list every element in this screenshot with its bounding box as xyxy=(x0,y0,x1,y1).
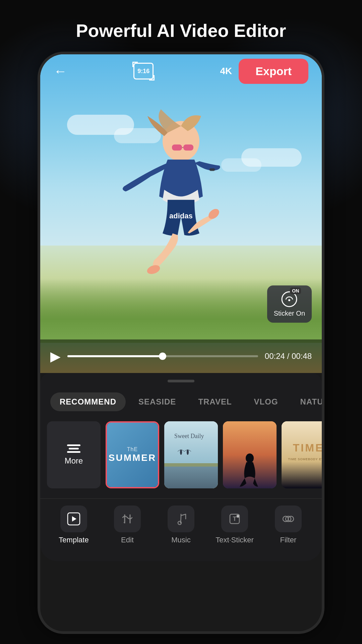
svg-rect-18 xyxy=(282,421,322,488)
sticker-label: Sticker On xyxy=(274,310,305,317)
svg-point-14 xyxy=(187,449,189,455)
template-birds[interactable]: Sweet Daily xyxy=(164,421,218,488)
more-icon xyxy=(67,444,80,453)
tool-music[interactable]: Music xyxy=(158,505,204,544)
tab-recommend[interactable]: RECOMMEND xyxy=(50,392,126,411)
template-person[interactable] xyxy=(223,421,277,488)
quality-badge[interactable]: 4K xyxy=(220,66,232,76)
page-title: Powerful AI Video Editor xyxy=(76,20,286,41)
time-display: 00:24 / 00:48 xyxy=(265,352,312,361)
phone-frame: adidas ← xyxy=(40,54,322,631)
ratio-corner-br xyxy=(149,75,155,80)
svg-rect-1 xyxy=(172,145,182,151)
edit-icon xyxy=(114,505,141,532)
sticker-on-badge: ON xyxy=(290,287,301,294)
panel-handle xyxy=(168,380,194,382)
template-row: More ThE SUMMER xyxy=(40,421,322,488)
top-bar: ← 9:16 4K Export xyxy=(40,54,322,88)
back-button[interactable]: ← xyxy=(54,64,67,78)
tool-music-label: Music xyxy=(171,536,190,544)
svg-text:Sweet Daily: Sweet Daily xyxy=(174,433,204,439)
bottom-toolbar: Template Edit xyxy=(40,498,322,548)
bottom-panel: RECOMMEND SEASIDE TRAVEL VLOG NATURE Mor… xyxy=(40,373,322,561)
svg-marker-23 xyxy=(72,516,76,522)
more-label: More xyxy=(65,456,83,466)
svg-point-9 xyxy=(288,299,290,301)
progress-bar-area: ▶ 00:24 / 00:48 xyxy=(40,339,322,373)
template-more[interactable]: More xyxy=(47,421,101,488)
svg-text:TIME SOMEBODY EVER: TIME SOMEBODY EVER xyxy=(288,458,322,461)
tool-template[interactable]: Template xyxy=(50,505,97,544)
text-sticker-icon: T xyxy=(221,505,248,532)
svg-rect-12 xyxy=(164,463,218,467)
tool-text-sticker[interactable]: T Text·Sticker xyxy=(211,505,258,544)
music-icon xyxy=(168,505,194,532)
ratio-display[interactable]: 9:16 xyxy=(133,63,154,79)
tool-template-label: Template xyxy=(59,536,88,544)
ratio-icon: 9:16 xyxy=(133,63,154,79)
summer-content: ThE SUMMER xyxy=(109,446,156,463)
template-summer[interactable]: ThE SUMMER xyxy=(106,421,159,488)
tool-edit-label: Edit xyxy=(121,536,134,544)
svg-rect-2 xyxy=(183,145,193,151)
video-content: adidas xyxy=(40,54,322,373)
progress-thumb[interactable] xyxy=(159,353,166,360)
tool-filter[interactable]: Filter xyxy=(265,505,312,544)
quality-export-area: 4K Export xyxy=(220,59,308,84)
sticker-on-button[interactable]: ON Sticker On xyxy=(267,285,312,323)
time-separator: / xyxy=(287,352,292,361)
summer-the: ThE xyxy=(109,446,156,452)
more-icon-line2 xyxy=(69,448,79,449)
time-total: 00:48 xyxy=(292,352,312,361)
tab-travel[interactable]: TRAVEL xyxy=(189,392,241,411)
progress-fill xyxy=(67,355,163,357)
template-icon xyxy=(60,505,87,532)
filter-icon xyxy=(275,505,302,532)
tab-nature[interactable]: NATURE xyxy=(291,392,322,411)
more-icon-line1 xyxy=(67,444,80,446)
svg-text:TIME: TIME xyxy=(293,442,322,454)
template-time[interactable]: TIME TIME SOMEBODY EVER xyxy=(282,421,322,488)
ratio-text: 9:16 xyxy=(137,68,149,75)
tool-filter-label: Filter xyxy=(280,536,297,544)
svg-point-24 xyxy=(178,521,181,525)
export-button[interactable]: Export xyxy=(239,59,308,84)
tool-text-sticker-label: Text·Sticker xyxy=(216,536,254,544)
video-background: adidas xyxy=(40,54,322,373)
ratio-corner-tl xyxy=(132,62,138,67)
svg-rect-7 xyxy=(209,168,215,171)
tab-vlog[interactable]: VLOG xyxy=(245,392,288,411)
time-current: 00:24 xyxy=(265,352,285,361)
play-button[interactable]: ▶ xyxy=(50,348,61,364)
summer-text: SUMMER xyxy=(109,452,156,463)
svg-rect-11 xyxy=(164,465,218,488)
svg-point-13 xyxy=(180,449,182,455)
summer-bg: ThE SUMMER xyxy=(107,423,158,487)
svg-text:T: T xyxy=(233,516,237,522)
more-icon-line3 xyxy=(67,451,80,453)
tool-edit[interactable]: Edit xyxy=(104,505,151,544)
tab-seaside[interactable]: SEASIDE xyxy=(129,392,185,411)
svg-text:adidas: adidas xyxy=(169,212,193,220)
category-tabs: RECOMMEND SEASIDE TRAVEL VLOG NATURE xyxy=(40,392,322,411)
svg-point-17 xyxy=(246,453,254,463)
progress-track[interactable] xyxy=(67,355,258,357)
editor-area: adidas ← xyxy=(40,54,322,373)
sticker-icon: ON xyxy=(281,291,298,308)
